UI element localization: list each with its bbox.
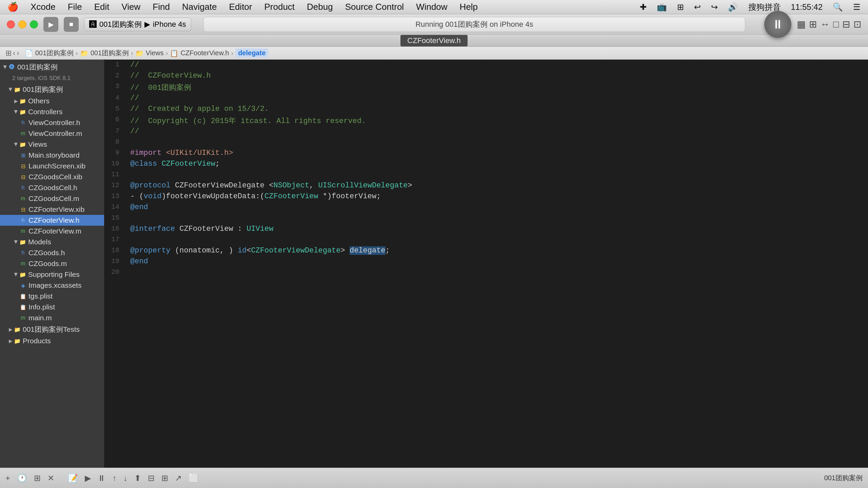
menubar-forward-icon[interactable]: ↪: [709, 2, 720, 13]
group-icon: 📁: [14, 338, 21, 344]
multi-icon[interactable]: ⊟: [148, 473, 155, 483]
up-icon[interactable]: ↑: [113, 473, 117, 483]
sidebar-item-czfooterview-xib[interactable]: ⊟ CZFooterView.xib: [0, 204, 104, 215]
sidebar-item-czgoodscell-xib[interactable]: ⊟ CZGoodsCell.xib: [0, 171, 104, 182]
menubar-monitor-icon[interactable]: 📺: [655, 2, 669, 13]
sidebar-project-root[interactable]: ▶ 🅐 001团购案例: [0, 61, 104, 73]
menu-find[interactable]: Find: [151, 1, 172, 13]
sidebar-item-czgoods-m[interactable]: m CZGoods.m: [0, 258, 104, 269]
play-icon[interactable]: ▶: [85, 473, 91, 483]
sidebar-item-launchscreen[interactable]: ⊟ LaunchScreen.xib: [0, 161, 104, 171]
sidebar-item-czfooterview-h[interactable]: h CZFooterView.h: [0, 215, 104, 226]
triangle-icon: ▶: [14, 98, 18, 104]
breadcrumb-item-5-active[interactable]: delegate: [235, 48, 268, 58]
menubar-volume-icon[interactable]: 🔊: [726, 2, 740, 13]
apple-menu[interactable]: 🍎: [5, 1, 20, 13]
code-line-4: 4 //: [104, 93, 868, 104]
xib-icon: ⊟: [20, 174, 26, 180]
sidebar-item-models[interactable]: ▶ 📁 Models: [0, 237, 104, 247]
breadcrumb-item-3[interactable]: Views: [146, 49, 164, 57]
sidebar-item-main-m-label: main.m: [28, 314, 52, 322]
sidebar-item-views[interactable]: ▶ 📁 Views: [0, 139, 104, 150]
sidebar-item-czgoods-h[interactable]: h CZGoods.h: [0, 247, 104, 258]
cpu-icon[interactable]: ⬜: [189, 473, 199, 483]
line-content: @property (nonatomic, ) id<CZFooterViewD…: [125, 246, 868, 255]
sidebar-item-info-plist[interactable]: 📋 Info.plist: [0, 302, 104, 312]
line-content: [125, 267, 868, 268]
menu-editor[interactable]: Editor: [227, 1, 254, 13]
recent-icon[interactable]: 🕐: [17, 473, 27, 483]
menubar-back-icon[interactable]: ↩: [692, 2, 703, 13]
menu-product[interactable]: Product: [262, 1, 297, 13]
layout-icon[interactable]: ⊞: [161, 473, 168, 483]
folder-icon: 📁: [19, 141, 26, 148]
minimize-button[interactable]: [18, 20, 26, 28]
layout-icon-4[interactable]: □: [833, 19, 839, 30]
menu-debug[interactable]: Debug: [305, 1, 335, 13]
menu-window[interactable]: Window: [414, 1, 449, 13]
menubar-arrange-icon[interactable]: ⊞: [675, 2, 686, 13]
stop-button[interactable]: ■: [64, 17, 79, 32]
folder-icon: 📁: [19, 271, 26, 278]
layout-icon-6[interactable]: ⊡: [853, 19, 861, 30]
menu-xcode[interactable]: Xcode: [28, 1, 58, 13]
menu-view[interactable]: View: [119, 1, 142, 13]
close-button[interactable]: [7, 20, 15, 28]
pause-button[interactable]: ⏸: [764, 11, 791, 38]
sidebar-item-info-plist-label: Info.plist: [28, 303, 55, 311]
scheme-selector[interactable]: 🅰 001团购案例 ▶ iPhone 4s: [84, 18, 191, 31]
run-button[interactable]: ▶: [43, 17, 58, 32]
menu-edit[interactable]: Edit: [92, 1, 112, 13]
sidebar-item-main-storyboard[interactable]: ⊞ Main.storyboard: [0, 150, 104, 161]
sidebar-group-main[interactable]: ▶ 📁 001团购案例: [0, 83, 104, 96]
layout-icon-5[interactable]: ⊟: [842, 19, 850, 30]
breadcrumb-item-4[interactable]: CZFooterView.h: [180, 49, 229, 57]
code-line-20: 20: [104, 267, 868, 278]
menu-navigate[interactable]: Navigate: [180, 1, 219, 13]
sidebar-item-others[interactable]: ▶ 📁 Others: [0, 96, 104, 106]
breadcrumb-sep-2: ›: [131, 49, 133, 57]
sidebar-item-images-xcassets[interactable]: ◈ Images.xcassets: [0, 280, 104, 291]
filter-icon[interactable]: ⊞: [34, 473, 41, 483]
menubar-plus-icon[interactable]: ✚: [638, 2, 649, 13]
down-icon[interactable]: ↓: [123, 473, 127, 483]
menu-source-control[interactable]: Source Control: [343, 1, 406, 13]
breadcrumb-item-1[interactable]: 001团购案例: [35, 48, 74, 58]
sidebar-item-czgoodscell-m[interactable]: m CZGoodsCell.m: [0, 193, 104, 204]
layout-icon-3[interactable]: ↔: [820, 19, 830, 30]
forward-icon[interactable]: ›: [17, 49, 19, 58]
sidebar-item-czfooterview-m[interactable]: m CZFooterView.m: [0, 226, 104, 237]
maximize-button[interactable]: [30, 20, 38, 28]
menu-file[interactable]: File: [66, 1, 84, 13]
step-icon[interactable]: ⬆: [134, 473, 141, 483]
sidebar-item-supporting-files[interactable]: ▶ 📁 Supporting Files: [0, 269, 104, 280]
sidebar-item-viewcontroller-h[interactable]: h ViewController.h: [0, 117, 104, 128]
menubar-list-icon[interactable]: ☰: [851, 2, 863, 13]
code-editor[interactable]: 1 // 2 // CZFooterView.h 3 // 001团购案例 4 …: [104, 60, 868, 468]
menu-help[interactable]: Help: [458, 1, 480, 13]
sidebar-item-viewcontroller-m[interactable]: m ViewController.m: [0, 128, 104, 139]
pause-small-icon[interactable]: ⏸: [98, 473, 106, 483]
send-icon[interactable]: ↗: [175, 473, 182, 483]
breadcrumb-file-icon: 📋: [170, 49, 178, 57]
group-icon: 📁: [14, 86, 21, 93]
sidebar-group-main-label: 001团购案例: [23, 85, 63, 94]
breadcrumb-sep-3: ›: [166, 49, 168, 57]
add-icon[interactable]: +: [5, 473, 10, 483]
menubar-search-icon[interactable]: 🔍: [831, 2, 845, 13]
sidebar-item-tests[interactable]: ▶ 📁 001团购案例Tests: [0, 323, 104, 336]
sidebar-item-tgs-plist[interactable]: 📋 tgs.plist: [0, 291, 104, 302]
layout-icon-1[interactable]: ▦: [797, 19, 806, 30]
grid-icon[interactable]: ⊞: [5, 49, 12, 58]
close-icon[interactable]: ✕: [47, 473, 54, 483]
sidebar-item-main-m[interactable]: m main.m: [0, 312, 104, 323]
sidebar-item-czgoodscell-h[interactable]: h CZGoodsCell.h: [0, 182, 104, 193]
back-icon[interactable]: ‹: [13, 49, 15, 58]
active-tab[interactable]: CZFooterView.h: [400, 35, 467, 46]
code-line-19: 19 @end: [104, 256, 868, 267]
breadcrumb-item-2[interactable]: 001团购案例: [91, 48, 129, 58]
sidebar-item-products[interactable]: ▶ 📁 Products: [0, 336, 104, 346]
layout-icon-2[interactable]: ⊞: [809, 19, 817, 30]
editor-icon-1[interactable]: 📝: [68, 473, 78, 483]
sidebar-item-controllers[interactable]: ▶ 📁 Controllers: [0, 106, 104, 117]
